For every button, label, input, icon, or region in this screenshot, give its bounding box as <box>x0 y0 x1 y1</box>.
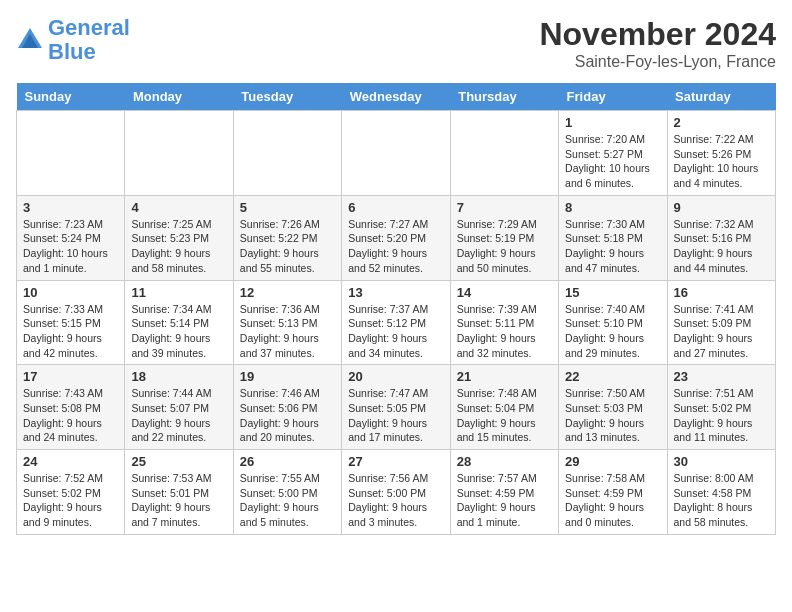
calendar-cell: 2Sunrise: 7:22 AM Sunset: 5:26 PM Daylig… <box>667 111 775 196</box>
day-info: Sunrise: 7:27 AM Sunset: 5:20 PM Dayligh… <box>348 217 443 276</box>
day-number: 14 <box>457 285 552 300</box>
logo: General Blue <box>16 16 130 64</box>
day-info: Sunrise: 7:57 AM Sunset: 4:59 PM Dayligh… <box>457 471 552 530</box>
day-info: Sunrise: 7:29 AM Sunset: 5:19 PM Dayligh… <box>457 217 552 276</box>
day-info: Sunrise: 7:50 AM Sunset: 5:03 PM Dayligh… <box>565 386 660 445</box>
day-info: Sunrise: 7:47 AM Sunset: 5:05 PM Dayligh… <box>348 386 443 445</box>
day-info: Sunrise: 7:51 AM Sunset: 5:02 PM Dayligh… <box>674 386 769 445</box>
day-info: Sunrise: 7:20 AM Sunset: 5:27 PM Dayligh… <box>565 132 660 191</box>
day-number: 12 <box>240 285 335 300</box>
logo-text: General Blue <box>48 16 130 64</box>
day-number: 16 <box>674 285 769 300</box>
calendar-cell <box>233 111 341 196</box>
day-info: Sunrise: 7:22 AM Sunset: 5:26 PM Dayligh… <box>674 132 769 191</box>
day-number: 18 <box>131 369 226 384</box>
day-number: 28 <box>457 454 552 469</box>
calendar-cell: 27Sunrise: 7:56 AM Sunset: 5:00 PM Dayli… <box>342 450 450 535</box>
calendar-cell: 17Sunrise: 7:43 AM Sunset: 5:08 PM Dayli… <box>17 365 125 450</box>
day-number: 2 <box>674 115 769 130</box>
calendar-cell <box>125 111 233 196</box>
day-number: 7 <box>457 200 552 215</box>
day-number: 23 <box>674 369 769 384</box>
calendar-cell: 7Sunrise: 7:29 AM Sunset: 5:19 PM Daylig… <box>450 195 558 280</box>
day-number: 3 <box>23 200 118 215</box>
calendar-week-2: 3Sunrise: 7:23 AM Sunset: 5:24 PM Daylig… <box>17 195 776 280</box>
calendar-cell: 24Sunrise: 7:52 AM Sunset: 5:02 PM Dayli… <box>17 450 125 535</box>
day-info: Sunrise: 7:48 AM Sunset: 5:04 PM Dayligh… <box>457 386 552 445</box>
day-info: Sunrise: 8:00 AM Sunset: 4:58 PM Dayligh… <box>674 471 769 530</box>
day-number: 19 <box>240 369 335 384</box>
calendar-cell: 14Sunrise: 7:39 AM Sunset: 5:11 PM Dayli… <box>450 280 558 365</box>
calendar-cell: 18Sunrise: 7:44 AM Sunset: 5:07 PM Dayli… <box>125 365 233 450</box>
calendar-cell <box>450 111 558 196</box>
calendar-cell: 23Sunrise: 7:51 AM Sunset: 5:02 PM Dayli… <box>667 365 775 450</box>
calendar-cell: 5Sunrise: 7:26 AM Sunset: 5:22 PM Daylig… <box>233 195 341 280</box>
day-info: Sunrise: 7:37 AM Sunset: 5:12 PM Dayligh… <box>348 302 443 361</box>
day-number: 27 <box>348 454 443 469</box>
day-info: Sunrise: 7:33 AM Sunset: 5:15 PM Dayligh… <box>23 302 118 361</box>
day-info: Sunrise: 7:23 AM Sunset: 5:24 PM Dayligh… <box>23 217 118 276</box>
calendar-cell: 20Sunrise: 7:47 AM Sunset: 5:05 PM Dayli… <box>342 365 450 450</box>
day-number: 20 <box>348 369 443 384</box>
calendar-cell: 12Sunrise: 7:36 AM Sunset: 5:13 PM Dayli… <box>233 280 341 365</box>
calendar-cell: 19Sunrise: 7:46 AM Sunset: 5:06 PM Dayli… <box>233 365 341 450</box>
calendar-table: SundayMondayTuesdayWednesdayThursdayFrid… <box>16 83 776 535</box>
weekday-header-wednesday: Wednesday <box>342 83 450 111</box>
calendar-week-1: 1Sunrise: 7:20 AM Sunset: 5:27 PM Daylig… <box>17 111 776 196</box>
day-info: Sunrise: 7:56 AM Sunset: 5:00 PM Dayligh… <box>348 471 443 530</box>
page-header: General Blue November 2024 Sainte-Foy-le… <box>16 16 776 71</box>
day-number: 22 <box>565 369 660 384</box>
day-number: 11 <box>131 285 226 300</box>
weekday-header-tuesday: Tuesday <box>233 83 341 111</box>
calendar-cell: 13Sunrise: 7:37 AM Sunset: 5:12 PM Dayli… <box>342 280 450 365</box>
calendar-cell <box>342 111 450 196</box>
day-number: 30 <box>674 454 769 469</box>
day-info: Sunrise: 7:40 AM Sunset: 5:10 PM Dayligh… <box>565 302 660 361</box>
day-info: Sunrise: 7:26 AM Sunset: 5:22 PM Dayligh… <box>240 217 335 276</box>
location-title: Sainte-Foy-les-Lyon, France <box>539 53 776 71</box>
calendar-cell: 26Sunrise: 7:55 AM Sunset: 5:00 PM Dayli… <box>233 450 341 535</box>
logo-icon <box>16 26 44 54</box>
day-number: 15 <box>565 285 660 300</box>
weekday-header-row: SundayMondayTuesdayWednesdayThursdayFrid… <box>17 83 776 111</box>
calendar-cell: 1Sunrise: 7:20 AM Sunset: 5:27 PM Daylig… <box>559 111 667 196</box>
day-number: 4 <box>131 200 226 215</box>
calendar-cell: 6Sunrise: 7:27 AM Sunset: 5:20 PM Daylig… <box>342 195 450 280</box>
weekday-header-monday: Monday <box>125 83 233 111</box>
calendar-cell <box>17 111 125 196</box>
day-number: 29 <box>565 454 660 469</box>
calendar-cell: 4Sunrise: 7:25 AM Sunset: 5:23 PM Daylig… <box>125 195 233 280</box>
day-number: 8 <box>565 200 660 215</box>
day-number: 24 <box>23 454 118 469</box>
calendar-week-5: 24Sunrise: 7:52 AM Sunset: 5:02 PM Dayli… <box>17 450 776 535</box>
day-info: Sunrise: 7:34 AM Sunset: 5:14 PM Dayligh… <box>131 302 226 361</box>
day-info: Sunrise: 7:43 AM Sunset: 5:08 PM Dayligh… <box>23 386 118 445</box>
day-number: 17 <box>23 369 118 384</box>
calendar-cell: 21Sunrise: 7:48 AM Sunset: 5:04 PM Dayli… <box>450 365 558 450</box>
weekday-header-friday: Friday <box>559 83 667 111</box>
calendar-cell: 11Sunrise: 7:34 AM Sunset: 5:14 PM Dayli… <box>125 280 233 365</box>
day-info: Sunrise: 7:36 AM Sunset: 5:13 PM Dayligh… <box>240 302 335 361</box>
calendar-week-3: 10Sunrise: 7:33 AM Sunset: 5:15 PM Dayli… <box>17 280 776 365</box>
calendar-cell: 9Sunrise: 7:32 AM Sunset: 5:16 PM Daylig… <box>667 195 775 280</box>
day-number: 21 <box>457 369 552 384</box>
day-number: 6 <box>348 200 443 215</box>
calendar-cell: 30Sunrise: 8:00 AM Sunset: 4:58 PM Dayli… <box>667 450 775 535</box>
calendar-cell: 25Sunrise: 7:53 AM Sunset: 5:01 PM Dayli… <box>125 450 233 535</box>
weekday-header-saturday: Saturday <box>667 83 775 111</box>
day-info: Sunrise: 7:52 AM Sunset: 5:02 PM Dayligh… <box>23 471 118 530</box>
calendar-cell: 22Sunrise: 7:50 AM Sunset: 5:03 PM Dayli… <box>559 365 667 450</box>
day-number: 26 <box>240 454 335 469</box>
day-number: 25 <box>131 454 226 469</box>
logo-line1: General <box>48 15 130 40</box>
weekday-header-thursday: Thursday <box>450 83 558 111</box>
logo-line2: Blue <box>48 39 96 64</box>
day-info: Sunrise: 7:41 AM Sunset: 5:09 PM Dayligh… <box>674 302 769 361</box>
calendar-cell: 3Sunrise: 7:23 AM Sunset: 5:24 PM Daylig… <box>17 195 125 280</box>
day-info: Sunrise: 7:58 AM Sunset: 4:59 PM Dayligh… <box>565 471 660 530</box>
day-info: Sunrise: 7:55 AM Sunset: 5:00 PM Dayligh… <box>240 471 335 530</box>
title-section: November 2024 Sainte-Foy-les-Lyon, Franc… <box>539 16 776 71</box>
day-number: 1 <box>565 115 660 130</box>
calendar-cell: 15Sunrise: 7:40 AM Sunset: 5:10 PM Dayli… <box>559 280 667 365</box>
day-info: Sunrise: 7:25 AM Sunset: 5:23 PM Dayligh… <box>131 217 226 276</box>
